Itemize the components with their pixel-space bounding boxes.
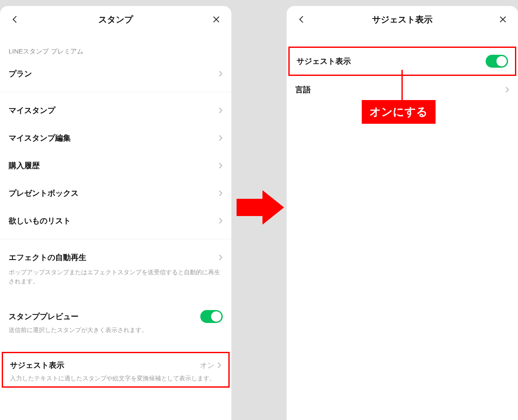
svg-marker-4 — [237, 190, 284, 225]
row-wishlist[interactable]: 欲しいものリスト — [0, 207, 231, 235]
chevron-right-icon — [218, 162, 223, 169]
chevron-right-icon — [218, 254, 223, 261]
chevron-right-icon — [218, 70, 223, 77]
row-label: マイスタンプ編集 — [9, 133, 71, 143]
suggest-toggle[interactable] — [486, 55, 508, 68]
chevron-right-icon — [218, 107, 223, 114]
phone-right-screen: サジェスト表示 サジェスト表示 言語 — [287, 6, 518, 420]
row-label: スタンププレビュー — [9, 311, 79, 322]
row-auto-play[interactable]: エフェクトの自動再生 — [0, 244, 231, 271]
section-header-premium: LINEスタンプ プレミアム — [0, 33, 231, 60]
divider — [0, 239, 231, 239]
row-plan[interactable]: プラン — [0, 60, 231, 88]
auto-play-description: ポップアップスタンプまたはエフェクトスタンプを送受信すると自動的に再生されます。 — [0, 268, 231, 291]
close-icon[interactable] — [211, 14, 222, 25]
header-title: スタンプ — [21, 14, 211, 25]
row-label: プラン — [9, 69, 32, 79]
row-label: 欲しいものリスト — [9, 216, 71, 226]
row-label: 購入履歴 — [9, 160, 40, 171]
toggle-knob-icon — [496, 56, 507, 66]
header: サジェスト表示 — [287, 6, 518, 33]
header-title: サジェスト表示 — [307, 14, 497, 25]
arrow-right-icon — [237, 188, 284, 227]
row-present-box[interactable]: プレゼントボックス — [0, 179, 231, 207]
chevron-right-icon — [217, 362, 221, 369]
stamp-preview-toggle[interactable] — [200, 310, 223, 323]
chevron-right-icon — [218, 135, 223, 141]
row-label: エフェクトの自動再生 — [9, 252, 86, 263]
row-my-stamp-edit[interactable]: マイスタンプ編集 — [0, 124, 231, 152]
back-icon[interactable] — [296, 14, 307, 25]
row-my-stamp[interactable]: マイスタンプ — [0, 97, 231, 124]
chevron-right-icon — [218, 217, 223, 224]
stamp-preview-description: 送信前に選択したスタンプが大きく表示されます。 — [0, 326, 231, 340]
header: スタンプ — [0, 6, 231, 33]
suggest-status-value: オン — [200, 360, 215, 370]
row-label: サジェスト表示 — [297, 56, 351, 66]
callout-connector-line — [401, 70, 403, 101]
phone-left-screen: スタンプ LINEスタンプ プレミアム プラン マイスタンプ マイスタンプ編集 … — [0, 6, 231, 420]
row-stamp-preview[interactable]: スタンププレビュー — [0, 301, 231, 329]
row-label: サジェスト表示 — [10, 360, 64, 370]
row-purchase-history[interactable]: 購入履歴 — [0, 152, 231, 179]
divider — [0, 92, 231, 92]
suggest-highlight-box: サジェスト表示 オン 入力したテキストに適したスタンプや絵文字を変換候補として表… — [2, 352, 230, 388]
callout-label: オンにする — [362, 100, 436, 124]
close-icon[interactable] — [497, 14, 509, 25]
chevron-right-icon — [505, 86, 509, 93]
row-label: マイスタンプ — [9, 105, 55, 116]
chevron-right-icon — [218, 190, 223, 197]
back-icon[interactable] — [9, 14, 21, 25]
toggle-knob-icon — [211, 311, 221, 322]
row-label: 言語 — [295, 85, 311, 95]
row-label: プレゼントボックス — [9, 188, 79, 198]
suggest-description: 入力したテキストに適したスタンプや絵文字を変換候補として表示します。 — [3, 374, 228, 383]
